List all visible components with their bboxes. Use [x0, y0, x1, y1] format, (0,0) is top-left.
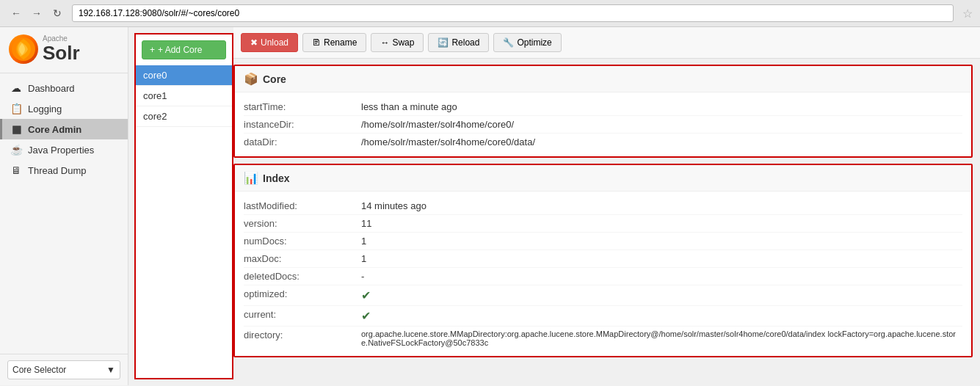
logo-text: Apache Solr — [43, 34, 80, 64]
refresh-button[interactable]: ↻ — [48, 4, 66, 22]
sidebar-item-core-admin[interactable]: ▦ Core Admin — [0, 119, 128, 139]
swap-button[interactable]: ↔ Swap — [371, 33, 424, 52]
logo-area: Apache Solr — [0, 27, 128, 73]
actions-toolbar: ✖ Unload 🖹 Rename ↔ Swap 🔄 Reload 🔧 — [233, 27, 980, 59]
info-row-datadir: dataDir: /home/solr/master/solr4home/cor… — [244, 134, 962, 150]
core-item-core0[interactable]: core0 — [136, 65, 232, 86]
instancedir-value: /home/solr/master/solr4home/core0/ — [361, 119, 962, 130]
forward-button[interactable]: → — [28, 4, 46, 22]
sidebar-item-java-properties[interactable]: ☕ Java Properties — [0, 139, 128, 160]
solr-logo-icon — [9, 34, 38, 64]
reload-button[interactable]: 🔄 Reload — [428, 33, 489, 52]
swap-icon: ↔ — [380, 37, 389, 48]
reload-icon: 🔄 — [438, 37, 449, 48]
deleteddocs-value: - — [361, 271, 962, 282]
core-list: core0 core1 core2 — [136, 65, 232, 378]
core-item-core1[interactable]: core1 — [136, 86, 232, 106]
logging-icon: 📋 — [10, 103, 22, 114]
version-label: version: — [244, 218, 361, 229]
optimize-icon: 🔧 — [503, 37, 514, 48]
thread-icon: 🖥 — [10, 164, 22, 176]
index-section-title: Index — [263, 172, 290, 184]
nav-buttons: ← → ↻ — [7, 4, 66, 22]
address-bar[interactable] — [72, 4, 954, 22]
core-section-header: 📦 Core — [235, 66, 971, 92]
java-icon: ☕ — [10, 144, 22, 156]
datadir-label: dataDir: — [244, 136, 361, 148]
add-core-button[interactable]: + + Add Core — [142, 40, 226, 59]
optimized-label: optimized: — [244, 288, 361, 302]
sidebar-item-label: Thread Dump — [28, 165, 86, 176]
sidebar-item-label: Dashboard — [28, 83, 75, 94]
sidebar-item-thread-dump[interactable]: 🖥 Thread Dump — [0, 160, 128, 181]
info-row-directory: directory: org.apache.lucene.store.MMapD… — [244, 327, 962, 350]
directory-label: directory: — [244, 329, 361, 347]
info-row-optimized: optimized: ✔ — [244, 285, 962, 306]
nav-menu: ☁ Dashboard 📋 Logging ▦ Core Admin ☕ Jav… — [0, 73, 128, 354]
optimize-button[interactable]: 🔧 Optimize — [493, 33, 561, 52]
rename-button[interactable]: 🖹 Rename — [302, 33, 366, 52]
info-row-current: current: ✔ — [244, 306, 962, 327]
info-row-numdocs: numDocs: 1 — [244, 233, 962, 250]
starttime-label: startTime: — [244, 101, 361, 112]
core-info-table: startTime: less than a minute ago instan… — [235, 92, 971, 156]
core-list-panel: + + Add Core core0 core1 core2 — [134, 33, 233, 379]
core-section-icon: 📦 — [244, 72, 258, 86]
content-right: ✖ Unload 🖹 Rename ↔ Swap 🔄 Reload 🔧 — [233, 27, 980, 385]
info-row-deleteddocs: deletedDocs: - — [244, 268, 962, 285]
rename-icon: 🖹 — [312, 37, 321, 48]
maxdoc-value: 1 — [361, 253, 962, 264]
main-content: + + Add Core core0 core1 core2 ✖ Unload … — [128, 27, 980, 385]
sidebar: Apache Solr ☁ Dashboard 📋 Logging ▦ Core… — [0, 27, 128, 385]
back-button[interactable]: ← — [7, 4, 25, 22]
optimized-value: ✔ — [361, 288, 962, 302]
lastmodified-value: 14 minutes ago — [361, 200, 962, 211]
index-section: 📊 Index lastModified: 14 minutes ago ver… — [233, 164, 973, 357]
sidebar-item-dashboard[interactable]: ☁ Dashboard — [0, 78, 128, 98]
lastmodified-label: lastModified: — [244, 200, 361, 211]
core-item-core2[interactable]: core2 — [136, 106, 232, 127]
current-label: current: — [244, 309, 361, 323]
deleteddocs-label: deletedDocs: — [244, 271, 361, 282]
info-row-version: version: 11 — [244, 215, 962, 233]
numdocs-value: 1 — [361, 236, 962, 247]
solr-label: Solr — [43, 43, 80, 64]
core-selector-dropdown[interactable]: Core Selector ▼ — [7, 360, 120, 379]
detail-area: 📦 Core startTime: less than a minute ago… — [233, 59, 980, 385]
instancedir-label: instanceDir: — [244, 119, 361, 130]
chevron-down-icon: ▼ — [106, 365, 115, 375]
current-value: ✔ — [361, 309, 962, 323]
starttime-value: less than a minute ago — [361, 101, 962, 112]
bookmark-icon: ☆ — [962, 7, 973, 21]
sidebar-item-logging[interactable]: 📋 Logging — [0, 98, 128, 119]
info-row-lastmodified: lastModified: 14 minutes ago — [244, 197, 962, 215]
core-selector-area: Core Selector ▼ — [0, 354, 128, 385]
x-icon: ✖ — [250, 37, 258, 48]
core-section-title: Core — [263, 73, 286, 85]
dashboard-icon: ☁ — [10, 82, 22, 94]
directory-value: org.apache.lucene.store.MMapDirectory:or… — [361, 329, 962, 347]
sidebar-item-label: Core Admin — [28, 124, 81, 135]
numdocs-label: numDocs: — [244, 236, 361, 247]
sidebar-item-label: Logging — [28, 103, 62, 114]
maxdoc-label: maxDoc: — [244, 253, 361, 264]
core-selector-label: Core Selector — [12, 365, 66, 375]
info-row-maxdoc: maxDoc: 1 — [244, 250, 962, 268]
info-row-instancedir: instanceDir: /home/solr/master/solr4home… — [244, 116, 962, 134]
sidebar-item-label: Java Properties — [28, 145, 94, 156]
index-info-table: lastModified: 14 minutes ago version: 11… — [235, 192, 971, 356]
version-value: 11 — [361, 218, 962, 229]
datadir-value: /home/solr/master/solr4home/core0/data/ — [361, 136, 962, 148]
browser-chrome: ← → ↻ ☆ — [0, 0, 980, 27]
index-section-header: 📊 Index — [235, 165, 971, 192]
plus-icon: + — [150, 45, 155, 55]
core-admin-icon: ▦ — [10, 123, 22, 135]
info-row-starttime: startTime: less than a minute ago — [244, 98, 962, 116]
unload-button[interactable]: ✖ Unload — [241, 33, 298, 52]
index-section-icon: 📊 — [244, 171, 258, 185]
core-section: 📦 Core startTime: less than a minute ago… — [233, 65, 973, 158]
